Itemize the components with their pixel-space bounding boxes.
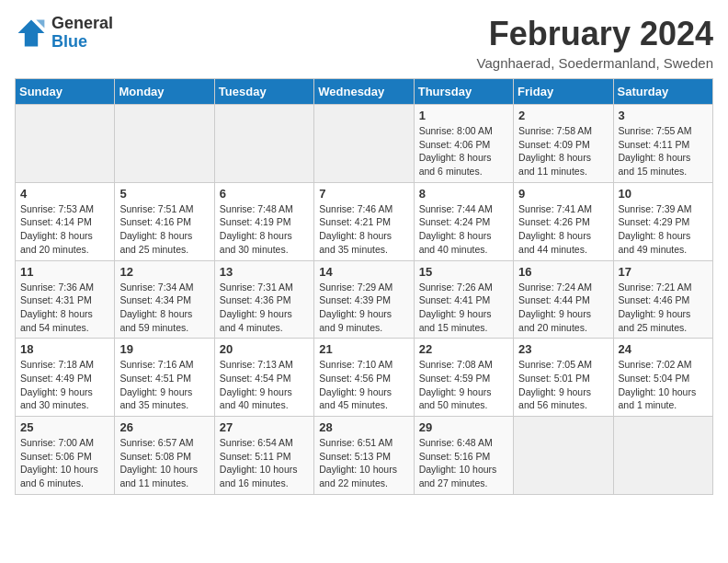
day-number: 8 — [419, 187, 508, 201]
day-info: Sunrise: 7:46 AM Sunset: 4:21 PM Dayligh… — [319, 202, 408, 257]
day-info: Sunrise: 6:48 AM Sunset: 5:16 PM Dayligh… — [419, 436, 508, 490]
day-number: 28 — [319, 420, 408, 434]
location-title: Vagnhaerad, Soedermanland, Sweden — [477, 55, 713, 71]
day-number: 6 — [220, 187, 309, 201]
day-info: Sunrise: 7:39 AM Sunset: 4:29 PM Dayligh… — [619, 202, 708, 257]
day-info: Sunrise: 7:24 AM Sunset: 4:44 PM Dayligh… — [518, 281, 608, 335]
day-info: Sunrise: 7:21 AM Sunset: 4:46 PM Dayligh… — [619, 281, 708, 335]
calendar-cell — [514, 417, 613, 495]
day-info: Sunrise: 7:53 AM Sunset: 4:14 PM Dayligh… — [20, 202, 109, 257]
calendar-cell: 2Sunrise: 7:58 AM Sunset: 4:09 PM Daylig… — [514, 105, 613, 183]
logo-line2: Blue — [51, 33, 113, 52]
day-number: 2 — [518, 109, 608, 122]
calendar-cell: 27Sunrise: 6:54 AM Sunset: 5:11 PM Dayli… — [214, 417, 313, 495]
day-number: 1 — [419, 109, 508, 122]
calendar-cell: 25Sunrise: 7:00 AM Sunset: 5:06 PM Dayli… — [16, 417, 115, 495]
day-number: 10 — [619, 187, 708, 201]
calendar-cell: 7Sunrise: 7:46 AM Sunset: 4:21 PM Daylig… — [314, 182, 414, 260]
day-number: 11 — [20, 265, 109, 279]
calendar-cell: 8Sunrise: 7:44 AM Sunset: 4:24 PM Daylig… — [414, 182, 513, 260]
day-number: 15 — [419, 265, 508, 279]
day-info: Sunrise: 7:36 AM Sunset: 4:31 PM Dayligh… — [20, 281, 109, 335]
calendar-cell: 29Sunrise: 6:48 AM Sunset: 5:16 PM Dayli… — [414, 417, 513, 495]
day-info: Sunrise: 7:51 AM Sunset: 4:16 PM Dayligh… — [119, 202, 209, 257]
calendar-cell: 9Sunrise: 7:41 AM Sunset: 4:26 PM Daylig… — [514, 182, 613, 260]
day-info: Sunrise: 7:26 AM Sunset: 4:41 PM Dayligh… — [419, 281, 508, 335]
day-number: 4 — [20, 187, 109, 201]
week-row-5: 25Sunrise: 7:00 AM Sunset: 5:06 PM Dayli… — [16, 417, 713, 495]
day-info: Sunrise: 7:05 AM Sunset: 5:01 PM Dayligh… — [518, 358, 608, 412]
calendar-cell — [115, 105, 214, 183]
calendar-table: SundayMondayTuesdayWednesdayThursdayFrid… — [15, 78, 713, 495]
day-number: 22 — [419, 342, 508, 356]
day-info: Sunrise: 7:08 AM Sunset: 4:59 PM Dayligh… — [419, 358, 508, 412]
calendar-cell — [314, 105, 414, 183]
weekday-header-tuesday: Tuesday — [214, 79, 313, 105]
calendar-cell: 15Sunrise: 7:26 AM Sunset: 4:41 PM Dayli… — [414, 260, 513, 339]
day-number: 12 — [119, 265, 209, 279]
week-row-3: 11Sunrise: 7:36 AM Sunset: 4:31 PM Dayli… — [16, 260, 713, 339]
day-number: 5 — [119, 187, 209, 201]
calendar-cell: 5Sunrise: 7:51 AM Sunset: 4:16 PM Daylig… — [115, 182, 214, 260]
day-info: Sunrise: 6:57 AM Sunset: 5:08 PM Dayligh… — [119, 436, 209, 490]
calendar-cell: 17Sunrise: 7:21 AM Sunset: 4:46 PM Dayli… — [613, 260, 712, 339]
day-number: 25 — [20, 420, 109, 434]
calendar-cell: 3Sunrise: 7:55 AM Sunset: 4:11 PM Daylig… — [613, 105, 712, 183]
month-title: February 2024 — [477, 15, 713, 53]
day-number: 18 — [20, 342, 109, 356]
day-info: Sunrise: 7:16 AM Sunset: 4:51 PM Dayligh… — [119, 358, 209, 412]
calendar-cell: 22Sunrise: 7:08 AM Sunset: 4:59 PM Dayli… — [414, 339, 513, 417]
weekday-header-friday: Friday — [514, 79, 613, 105]
weekday-header-thursday: Thursday — [414, 79, 513, 105]
day-number: 24 — [619, 342, 708, 356]
day-number: 27 — [220, 420, 309, 434]
day-info: Sunrise: 7:29 AM Sunset: 4:39 PM Dayligh… — [319, 281, 408, 335]
day-number: 19 — [119, 342, 209, 356]
day-number: 9 — [518, 187, 608, 201]
logo-icon — [15, 17, 48, 50]
day-info: Sunrise: 7:41 AM Sunset: 4:26 PM Dayligh… — [518, 202, 608, 257]
calendar-cell: 11Sunrise: 7:36 AM Sunset: 4:31 PM Dayli… — [16, 260, 115, 339]
calendar-cell — [16, 105, 115, 183]
title-area: February 2024 Vagnhaerad, Soedermanland,… — [477, 15, 713, 71]
day-info: Sunrise: 7:34 AM Sunset: 4:34 PM Dayligh… — [119, 281, 209, 335]
day-info: Sunrise: 7:44 AM Sunset: 4:24 PM Dayligh… — [419, 202, 508, 257]
calendar-cell — [214, 105, 313, 183]
day-info: Sunrise: 7:18 AM Sunset: 4:49 PM Dayligh… — [20, 358, 109, 412]
calendar-cell: 13Sunrise: 7:31 AM Sunset: 4:36 PM Dayli… — [214, 260, 313, 339]
day-number: 21 — [319, 342, 408, 356]
calendar-cell: 18Sunrise: 7:18 AM Sunset: 4:49 PM Dayli… — [16, 339, 115, 417]
day-number: 20 — [220, 342, 309, 356]
week-row-4: 18Sunrise: 7:18 AM Sunset: 4:49 PM Dayli… — [16, 339, 713, 417]
weekday-header-saturday: Saturday — [613, 79, 712, 105]
day-info: Sunrise: 8:00 AM Sunset: 4:06 PM Dayligh… — [419, 124, 508, 178]
day-number: 29 — [419, 420, 508, 434]
calendar-cell: 16Sunrise: 7:24 AM Sunset: 4:44 PM Dayli… — [514, 260, 613, 339]
day-info: Sunrise: 7:31 AM Sunset: 4:36 PM Dayligh… — [220, 281, 309, 335]
calendar-cell: 20Sunrise: 7:13 AM Sunset: 4:54 PM Dayli… — [214, 339, 313, 417]
week-row-2: 4Sunrise: 7:53 AM Sunset: 4:14 PM Daylig… — [16, 182, 713, 260]
logo: General Blue — [15, 15, 113, 52]
calendar-cell: 1Sunrise: 8:00 AM Sunset: 4:06 PM Daylig… — [414, 105, 513, 183]
day-info: Sunrise: 6:54 AM Sunset: 5:11 PM Dayligh… — [220, 436, 309, 490]
day-number: 16 — [518, 265, 608, 279]
calendar-cell: 21Sunrise: 7:10 AM Sunset: 4:56 PM Dayli… — [314, 339, 414, 417]
calendar-cell: 12Sunrise: 7:34 AM Sunset: 4:34 PM Dayli… — [115, 260, 214, 339]
calendar-cell: 24Sunrise: 7:02 AM Sunset: 5:04 PM Dayli… — [613, 339, 712, 417]
day-number: 26 — [119, 420, 209, 434]
day-info: Sunrise: 6:51 AM Sunset: 5:13 PM Dayligh… — [319, 436, 408, 490]
calendar-cell: 14Sunrise: 7:29 AM Sunset: 4:39 PM Dayli… — [314, 260, 414, 339]
day-info: Sunrise: 7:02 AM Sunset: 5:04 PM Dayligh… — [619, 358, 708, 412]
weekday-header-row: SundayMondayTuesdayWednesdayThursdayFrid… — [16, 79, 713, 105]
day-number: 17 — [619, 265, 708, 279]
day-info: Sunrise: 7:00 AM Sunset: 5:06 PM Dayligh… — [20, 436, 109, 490]
calendar-cell: 4Sunrise: 7:53 AM Sunset: 4:14 PM Daylig… — [16, 182, 115, 260]
weekday-header-wednesday: Wednesday — [314, 79, 414, 105]
day-info: Sunrise: 7:13 AM Sunset: 4:54 PM Dayligh… — [220, 358, 309, 412]
day-number: 7 — [319, 187, 408, 201]
day-info: Sunrise: 7:48 AM Sunset: 4:19 PM Dayligh… — [220, 202, 309, 257]
header: General Blue February 2024 Vagnhaerad, S… — [15, 15, 713, 71]
calendar-cell — [613, 417, 712, 495]
logo-line1: General — [51, 15, 113, 33]
calendar-cell: 23Sunrise: 7:05 AM Sunset: 5:01 PM Dayli… — [514, 339, 613, 417]
